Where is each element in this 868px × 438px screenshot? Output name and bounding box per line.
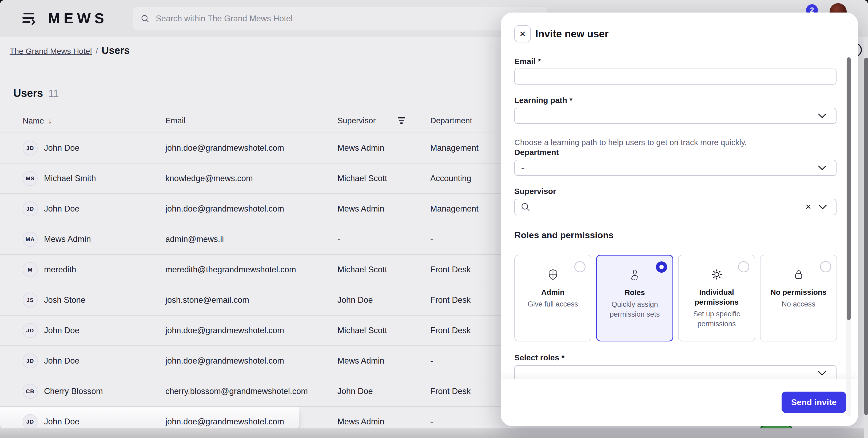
page-scrollbar-thumb[interactable] <box>864 58 868 415</box>
close-icon[interactable]: ✕ <box>514 25 531 42</box>
page-title: Users 11 <box>13 87 59 99</box>
cell-name: Josh Stone <box>44 295 85 305</box>
permission-card[interactable]: No permissions No access <box>760 255 837 341</box>
chevron-down-icon <box>818 204 827 210</box>
learning-path-help: Choose a learning path to help users to … <box>514 138 747 147</box>
cell-supervisor: Mews Admin <box>337 356 384 366</box>
avatar-initials: JD <box>26 418 34 425</box>
table-row[interactable]: JD John Doe john.doe@grandmewshotel.com … <box>0 193 507 224</box>
avatar: JD <box>23 414 38 429</box>
cell-email: admin@mews.li <box>165 234 224 244</box>
send-invite-button[interactable]: Send invite <box>782 392 846 413</box>
avatar-initials: JD <box>26 145 34 151</box>
gear-icon <box>711 268 723 281</box>
avatar: MS <box>23 171 38 186</box>
cell-department: Front Desk <box>430 326 471 335</box>
table-row[interactable]: MA Mews Admin admin@mews.li - - <box>0 224 507 254</box>
table-row[interactable]: JD John Doe john.doe@grandmewshotel.com … <box>0 132 507 163</box>
breadcrumb: The Grand Mews Hotel / Users <box>9 45 130 56</box>
cell-email: meredith@thegrandmewshotel.com <box>165 265 296 275</box>
table-row[interactable]: MS Michael Smith knowledge@mews.com Mich… <box>0 163 507 193</box>
avatar-initials: MS <box>26 175 35 182</box>
card-subtitle: Set up specific permissions <box>679 309 755 329</box>
cell-supervisor: Michael Scott <box>337 326 387 335</box>
cell-department: - <box>430 234 433 244</box>
avatar-initials: JD <box>26 358 34 364</box>
learning-path-select[interactable] <box>514 108 837 124</box>
shield-icon <box>547 268 559 281</box>
cell-department: Front Desk <box>430 295 471 305</box>
permission-card[interactable]: Admin Give full access <box>514 255 591 341</box>
users-table: JD John Doe john.doe@grandmewshotel.com … <box>0 132 507 437</box>
cell-email: john.doe@grandmewshotel.com <box>165 417 284 427</box>
person-icon <box>629 268 641 282</box>
radio-button[interactable] <box>738 261 749 272</box>
cell-department: Management <box>430 204 478 214</box>
radio-button[interactable] <box>820 261 831 272</box>
column-header-department[interactable]: Department <box>430 116 472 125</box>
filter-icon[interactable] <box>397 117 406 125</box>
column-header-supervisor[interactable]: Supervisor <box>337 116 376 125</box>
table-row[interactable]: JD John Doe john.doe@grandmewshotel.com … <box>0 345 507 376</box>
search-icon <box>140 14 150 24</box>
cell-supervisor: Mews Admin <box>337 143 384 153</box>
cell-name: John Doe <box>44 356 80 366</box>
cell-email: john.doe@grandmewshotel.com <box>165 143 284 153</box>
avatar: MA <box>23 232 38 247</box>
column-header-name[interactable]: Name ↓ <box>23 116 52 126</box>
breadcrumb-hotel-link[interactable]: The Grand Mews Hotel <box>9 47 92 56</box>
cell-name: meredith <box>44 265 76 275</box>
card-subtitle: Give full access <box>522 299 583 309</box>
cell-supervisor: John Doe <box>337 386 373 396</box>
table-row[interactable]: M meredith meredith@thegrandmewshotel.co… <box>0 254 507 285</box>
avatar: CB <box>23 384 38 399</box>
cell-supervisor: Mews Admin <box>337 204 384 214</box>
page-scrollbar <box>864 39 868 438</box>
cell-department: Front Desk <box>430 265 471 275</box>
table-row[interactable]: JD John Doe john.doe@grandmewshotel.com … <box>0 315 507 345</box>
permission-card[interactable]: Individual permissions Set up specific p… <box>678 255 755 341</box>
card-subtitle: Quickly assign permission sets <box>597 300 673 319</box>
radio-button[interactable] <box>574 261 586 272</box>
cell-supervisor: Michael Scott <box>337 174 387 183</box>
chevron-down-icon <box>818 113 827 119</box>
email-label: Email * <box>514 57 541 66</box>
app-window: MEWS 2 The Grand Mews Hotel / Users User… <box>0 0 868 438</box>
sort-desc-icon[interactable]: ↓ <box>48 116 52 126</box>
modal-footer: Send invite <box>501 379 858 426</box>
supervisor-combobox[interactable]: ✕ <box>514 199 837 215</box>
email-field[interactable] <box>514 68 837 85</box>
cell-email: john.doe@grandmewshotel.com <box>165 204 284 214</box>
cell-supervisor: Michael Scott <box>337 265 387 275</box>
cell-name: John Doe <box>44 417 80 427</box>
mews-logo: MEWS <box>48 10 108 26</box>
department-select[interactable]: - <box>514 160 837 176</box>
permission-cards: Admin Give full access Roles Quickly ass… <box>501 255 858 341</box>
card-title: Admin <box>534 287 572 297</box>
avatar: M <box>23 262 38 277</box>
select-roles-select[interactable] <box>514 365 837 381</box>
menu-toggle-icon[interactable] <box>22 12 37 26</box>
clear-icon[interactable]: ✕ <box>805 203 811 211</box>
cell-name: Mews Admin <box>44 234 91 244</box>
cell-supervisor: John Doe <box>337 295 373 305</box>
cell-name: John Doe <box>44 326 80 335</box>
radio-button[interactable] <box>656 261 667 273</box>
permission-card[interactable]: Roles Quickly assign permission sets <box>596 255 673 341</box>
bottom-edge <box>0 428 868 438</box>
supervisor-label: Supervisor <box>514 187 556 196</box>
modal-scrollbar-thumb[interactable] <box>847 57 851 320</box>
select-roles-label: Select roles * <box>514 353 564 362</box>
table-row[interactable]: JS Josh Stone josh.stone@email.com John … <box>0 285 507 315</box>
avatar-initials: CB <box>26 388 34 395</box>
avatar-initials: MA <box>26 236 35 243</box>
table-row[interactable]: CB Cherry Blossom cherry.blossom@grandme… <box>0 376 507 406</box>
avatar: JD <box>23 323 38 338</box>
users-title: Users <box>13 87 43 99</box>
cell-supervisor: - <box>337 234 340 244</box>
column-header-email[interactable]: Email <box>165 116 185 125</box>
search-input[interactable] <box>156 14 529 24</box>
modal-title: Invite new user <box>535 28 609 40</box>
cell-department: - <box>430 356 433 366</box>
global-search[interactable] <box>133 7 547 30</box>
